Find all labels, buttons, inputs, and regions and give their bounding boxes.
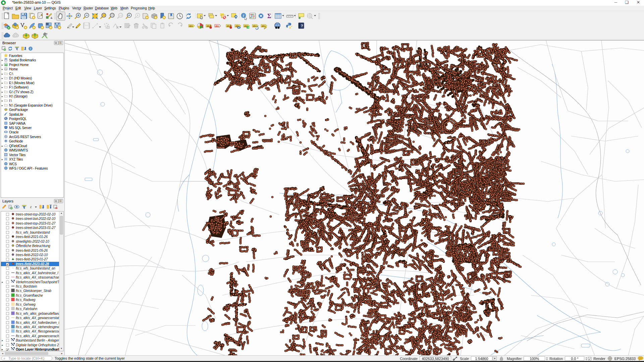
- svg-text:Σ: Σ: [267, 13, 271, 19]
- svg-text:abc: abc: [215, 25, 219, 27]
- svg-text:1:1: 1:1: [119, 14, 122, 16]
- svg-text:abc: abc: [189, 25, 193, 27]
- svg-text:ε: ε: [30, 204, 32, 209]
- svg-text:?: ?: [301, 24, 303, 28]
- svg-text:abc: abc: [253, 25, 257, 27]
- svg-text:abc: abc: [262, 25, 266, 27]
